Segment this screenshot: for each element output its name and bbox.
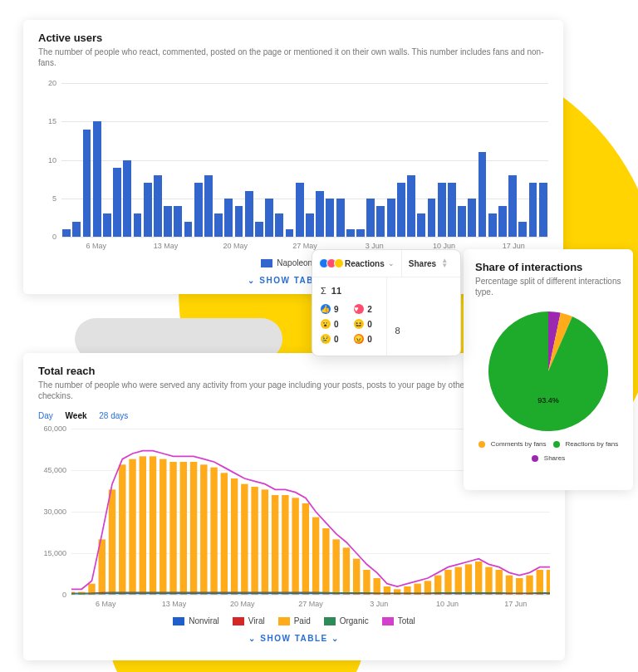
- bar: [387, 199, 395, 237]
- bar: [448, 183, 456, 237]
- bar: [184, 222, 193, 238]
- svg-rect-36: [434, 576, 441, 595]
- bar: [144, 183, 152, 237]
- bar: [428, 199, 436, 237]
- wow-count: 😮0: [321, 319, 344, 329]
- bar: [356, 229, 365, 237]
- svg-rect-21: [282, 495, 288, 595]
- svg-rect-17: [241, 484, 248, 595]
- angry-icon: 😠: [354, 334, 364, 344]
- legend-viral: Viral: [233, 616, 265, 625]
- svg-rect-40: [475, 562, 482, 595]
- angry-count: 😠0: [354, 334, 377, 344]
- sigma-icon: Σ: [321, 286, 326, 296]
- svg-rect-19: [262, 489, 268, 595]
- svg-rect-42: [496, 570, 503, 595]
- active-users-chart: 05101520: [38, 83, 548, 237]
- svg-rect-27: [343, 547, 350, 595]
- tab-28days[interactable]: 28 days: [99, 411, 128, 420]
- bar: [518, 222, 527, 238]
- bar: [488, 213, 497, 237]
- svg-rect-41: [485, 567, 492, 595]
- tab-day[interactable]: Day: [38, 411, 53, 420]
- svg-rect-46: [537, 570, 543, 595]
- bar: [336, 199, 345, 237]
- reactions-column-header[interactable]: Reactions ⌄: [312, 250, 402, 277]
- bar: [103, 213, 111, 237]
- chevron-down-icon: ⌄: [248, 276, 256, 285]
- svg-rect-9: [160, 459, 166, 595]
- pie-chart: 93.4%: [486, 309, 611, 434]
- like-count: 👍9: [321, 304, 344, 314]
- bar: [316, 191, 324, 238]
- svg-rect-30: [373, 578, 380, 595]
- legend-swatch-icon: [261, 259, 272, 267]
- sad-count: 😢0: [321, 334, 344, 344]
- bar: [407, 175, 415, 237]
- show-table-button-reach[interactable]: ⌄ SHOW TABLE ⌄: [38, 634, 550, 643]
- legend-reactions: Reactions by fans: [553, 440, 619, 448]
- bar: [83, 130, 91, 238]
- svg-rect-45: [526, 576, 532, 595]
- bar: [123, 160, 131, 238]
- svg-rect-25: [322, 528, 329, 595]
- bar: [458, 206, 466, 237]
- reaction-icons-cluster: [319, 258, 341, 268]
- bar: [529, 183, 537, 237]
- bar: [275, 213, 283, 237]
- svg-rect-10: [169, 462, 176, 595]
- total-reach-legend: Nonviral Viral Paid Organic Total: [38, 616, 550, 625]
- svg-rect-47: [547, 570, 550, 595]
- sigma-value: 11: [331, 286, 341, 296]
- total-reach-xaxis: 6 May13 May20 May27 May3 Jun10 Jun17 Jun: [71, 600, 550, 608]
- svg-rect-29: [363, 570, 370, 595]
- svg-rect-23: [302, 503, 309, 595]
- legend-shares: Shares: [532, 454, 565, 462]
- bar: [214, 213, 223, 237]
- bar: [194, 183, 203, 237]
- bar: [62, 229, 71, 237]
- love-icon: ♥: [354, 304, 364, 314]
- tab-week[interactable]: Week: [66, 411, 87, 420]
- svg-rect-11: [180, 462, 187, 595]
- bar: [113, 168, 121, 237]
- bar: [438, 183, 446, 237]
- bar: [235, 206, 243, 237]
- love-count: ♥2: [354, 304, 377, 314]
- shares-label: Shares: [409, 259, 436, 268]
- shares-column-header[interactable]: Shares ▲▼: [402, 250, 460, 277]
- reactions-popover: Reactions ⌄ Shares ▲▼ Σ 11 👍9 ♥2 😮0 😆0 😢…: [312, 249, 461, 356]
- svg-rect-8: [150, 456, 156, 595]
- legend-paid: Paid: [278, 616, 311, 625]
- svg-rect-20: [272, 495, 278, 595]
- bar: [508, 175, 517, 237]
- share-interactions-card: Share of interactions Percentage split o…: [464, 249, 633, 490]
- legend-comments: Comments by fans: [478, 440, 547, 448]
- shares-value: 8: [395, 286, 453, 336]
- svg-rect-43: [506, 576, 513, 595]
- bar: [164, 206, 172, 237]
- svg-rect-18: [251, 487, 258, 595]
- legend-nonviral: Nonviral: [173, 616, 219, 625]
- wow-icon: 😮: [321, 319, 331, 329]
- bar: [366, 199, 375, 237]
- svg-rect-38: [455, 567, 462, 595]
- active-users-title: Active users: [38, 32, 548, 44]
- svg-rect-6: [129, 459, 135, 595]
- haha-count: 😆0: [354, 319, 377, 329]
- svg-rect-26: [332, 539, 339, 595]
- svg-rect-44: [516, 578, 523, 595]
- legend-total: Total: [382, 616, 415, 625]
- chevron-down-icon: ⌄: [388, 259, 395, 267]
- svg-rect-15: [221, 473, 228, 595]
- bar: [265, 199, 273, 237]
- reactions-cell: Σ 11 👍9 ♥2 😮0 😆0 😢0 😠0: [312, 277, 387, 356]
- reactions-header: Reactions ⌄ Shares ▲▼: [312, 250, 460, 277]
- share-title: Share of interactions: [475, 261, 621, 273]
- bar: [174, 206, 182, 237]
- chevron-down-icon: ⌄: [331, 634, 340, 643]
- svg-rect-16: [231, 478, 238, 595]
- svg-rect-13: [200, 464, 207, 595]
- bar: [224, 199, 233, 237]
- bar: [326, 199, 334, 237]
